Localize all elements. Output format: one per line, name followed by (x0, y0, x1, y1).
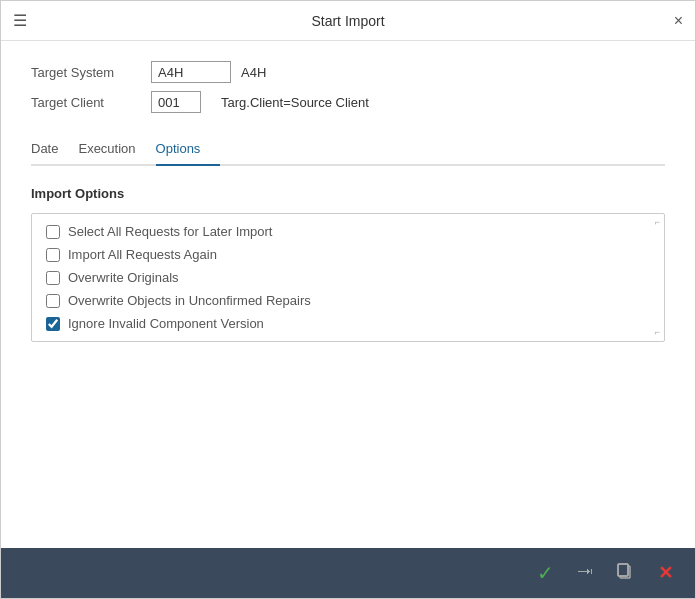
target-system-row: Target System A4H (31, 61, 665, 83)
copy-icon (616, 562, 634, 584)
title-bar-left: ☰ (13, 11, 35, 30)
svg-rect-1 (618, 564, 628, 576)
checkbox-row-4: Overwrite Objects in Unconfirmed Repairs (46, 293, 650, 308)
arrow-icon: ⭲ (577, 564, 593, 582)
resize-corner-top: ⌐ (655, 218, 660, 227)
checkbox-label-1: Select All Requests for Later Import (68, 224, 272, 239)
footer-bar: ✓ ⭲ ✕ (1, 548, 695, 598)
confirm-button[interactable]: ✓ (531, 559, 559, 587)
tab-date[interactable]: Date (31, 133, 78, 164)
import-options-box: Select All Requests for Later Import Imp… (31, 213, 665, 342)
target-system-label: Target System (31, 65, 151, 80)
resize-corner-bottom: ⌐ (655, 328, 660, 337)
copy-button[interactable] (611, 559, 639, 587)
checkbox-row-3: Overwrite Originals (46, 270, 650, 285)
target-client-display: Targ.Client=Source Client (221, 95, 369, 110)
checkbox-label-2: Import All Requests Again (68, 247, 217, 262)
dialog-window: ☰ Start Import × Target System A4H Targe… (0, 0, 696, 599)
tab-execution[interactable]: Execution (78, 133, 155, 164)
checkbox-ignore-invalid[interactable] (46, 317, 60, 331)
tab-options[interactable]: Options (156, 133, 221, 164)
check-icon: ✓ (537, 561, 554, 585)
tabs-container: Date Execution Options (31, 133, 665, 166)
checkbox-overwrite-objects[interactable] (46, 294, 60, 308)
target-system-input[interactable] (151, 61, 231, 83)
import-options-title: Import Options (31, 186, 665, 201)
checkbox-overwrite-originals[interactable] (46, 271, 60, 285)
target-client-label: Target Client (31, 95, 151, 110)
close-button[interactable]: × (674, 13, 683, 29)
checkbox-select-all[interactable] (46, 225, 60, 239)
dialog-content: Target System A4H Target Client Targ.Cli… (1, 41, 695, 548)
hamburger-icon[interactable]: ☰ (13, 11, 27, 30)
x-icon: ✕ (658, 562, 673, 584)
checkbox-row-2: Import All Requests Again (46, 247, 650, 262)
target-client-input[interactable] (151, 91, 201, 113)
checkbox-label-5: Ignore Invalid Component Version (68, 316, 264, 331)
checkbox-row-1: Select All Requests for Later Import (46, 224, 650, 239)
target-client-row: Target Client Targ.Client=Source Client (31, 91, 665, 113)
title-bar: ☰ Start Import × (1, 1, 695, 41)
target-system-display: A4H (241, 65, 266, 80)
checkbox-row-5: Ignore Invalid Component Version ⌐ ⌐ (46, 316, 650, 331)
checkbox-label-3: Overwrite Originals (68, 270, 179, 285)
dialog-title: Start Import (311, 13, 384, 29)
arrow-button[interactable]: ⭲ (571, 559, 599, 587)
checkbox-label-4: Overwrite Objects in Unconfirmed Repairs (68, 293, 311, 308)
close-footer-button[interactable]: ✕ (651, 559, 679, 587)
checkbox-import-all[interactable] (46, 248, 60, 262)
